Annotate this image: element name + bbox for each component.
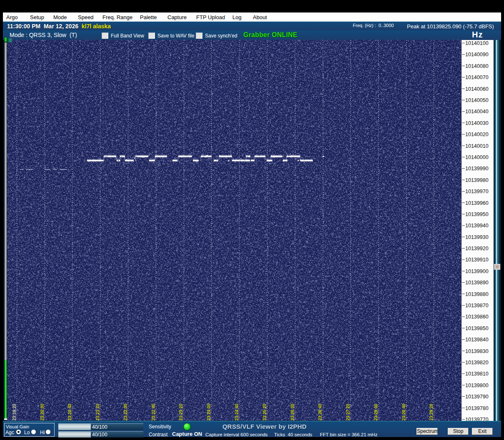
svg-text:10139860: 10139860 — [465, 314, 489, 320]
svg-text:10139910: 10139910 — [465, 257, 489, 263]
svg-text:10140020: 10140020 — [465, 132, 489, 137]
svg-text:23:26:00: 23:26:00 — [290, 404, 295, 420]
svg-text:10139990: 10139990 — [465, 166, 489, 172]
svg-text:10140040: 10140040 — [465, 109, 489, 114]
svg-text:10139950: 10139950 — [465, 211, 489, 217]
svg-text:10140080: 10140080 — [465, 63, 489, 69]
svg-text:23:20:00: 23:20:00 — [40, 404, 45, 420]
svg-text:10139920: 10139920 — [465, 246, 489, 251]
svg-text:10139890: 10139890 — [465, 280, 489, 286]
svg-text:23:22:00: 23:22:00 — [123, 404, 128, 420]
svg-text:10139960: 10139960 — [465, 200, 489, 206]
svg-text:10140000: 10140000 — [465, 154, 489, 160]
svg-text:10139980: 10139980 — [465, 177, 489, 183]
svg-text:23:29:20: 23:29:20 — [429, 404, 434, 420]
svg-text:10139790: 10139790 — [465, 394, 489, 400]
svg-text:10139770: 10139770 — [465, 417, 489, 421]
svg-text:10139810: 10139810 — [465, 371, 489, 377]
svg-text:10139970: 10139970 — [465, 189, 489, 194]
svg-text:10139830: 10139830 — [465, 348, 489, 354]
svg-text:10139870: 10139870 — [465, 303, 489, 308]
svg-text:10139930: 10139930 — [465, 234, 489, 240]
svg-text:23:28:40: 23:28:40 — [402, 404, 406, 420]
svg-text:23:23:20: 23:23:20 — [179, 404, 183, 420]
svg-text:10140090: 10140090 — [465, 52, 489, 57]
svg-text:10139850: 10139850 — [465, 326, 489, 331]
svg-text:10139840: 10139840 — [465, 337, 489, 343]
svg-text:10139940: 10139940 — [465, 223, 489, 229]
svg-text:23:26:40: 23:26:40 — [318, 404, 322, 420]
svg-text:23:19:20: 23:19:20 — [12, 404, 17, 420]
svg-text:10139820: 10139820 — [465, 360, 489, 365]
svg-text:23:22:40: 23:22:40 — [151, 404, 156, 420]
svg-text:10139800: 10139800 — [465, 383, 489, 388]
svg-text:23:25:20: 23:25:20 — [262, 404, 267, 420]
svg-text:10140050: 10140050 — [465, 97, 489, 103]
svg-text:23:24:40: 23:24:40 — [235, 404, 239, 420]
svg-text:10139880: 10139880 — [465, 291, 489, 297]
svg-text:23:20:40: 23:20:40 — [67, 404, 72, 420]
svg-text:10140010: 10140010 — [465, 143, 489, 149]
svg-text:10140030: 10140030 — [465, 120, 489, 126]
svg-text:10140070: 10140070 — [465, 75, 489, 80]
svg-text:10139900: 10139900 — [465, 268, 489, 274]
svg-text:10139780: 10139780 — [465, 405, 489, 411]
svg-text:23:27:20: 23:27:20 — [346, 404, 350, 420]
svg-text:10140060: 10140060 — [465, 86, 489, 92]
svg-text:23:21:20: 23:21:20 — [95, 404, 100, 420]
svg-text:23:24:00: 23:24:00 — [207, 404, 211, 420]
svg-text:23:28:00: 23:28:00 — [374, 404, 378, 420]
svg-text:10140100: 10140100 — [465, 40, 489, 46]
